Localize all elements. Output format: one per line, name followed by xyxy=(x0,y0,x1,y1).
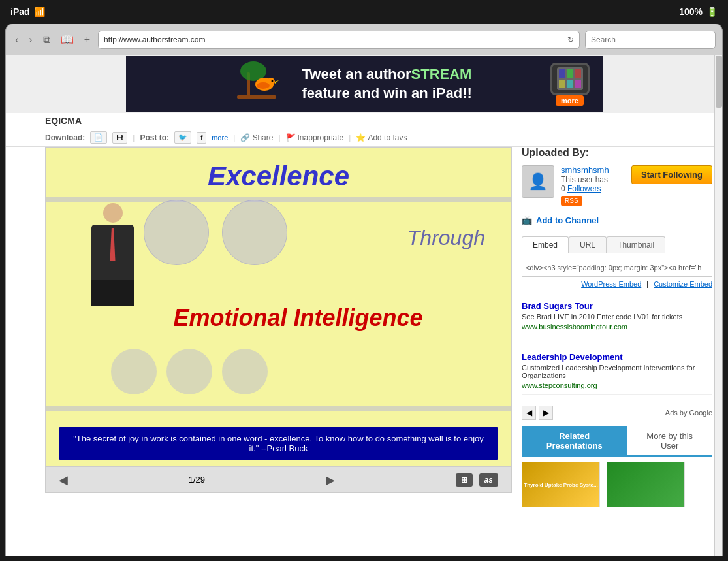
post-facebook-button[interactable]: f xyxy=(197,132,206,144)
thumbnail-1[interactable]: Thyroid Uptake Probe Syste... xyxy=(522,462,600,507)
scrollbar-thumb[interactable] xyxy=(716,56,722,108)
user-row: 👤 smhsmhsmh This user has 0 Followers xyxy=(522,165,712,206)
inappropriate-button[interactable]: 🚩 Inappropriate xyxy=(286,133,344,142)
avatar-icon: 👤 xyxy=(528,172,548,191)
page-title-row: EQICMA xyxy=(6,113,722,129)
wordpress-embed-link[interactable]: WordPress Embed xyxy=(581,280,641,288)
slide-next-button[interactable]: ▶ xyxy=(326,473,335,487)
related-tabs: Related Presentations More by this User xyxy=(522,426,712,457)
person-head xyxy=(103,203,123,223)
more-label[interactable]: more xyxy=(212,134,228,142)
banner-more-label[interactable]: more xyxy=(556,95,584,106)
user-name-link[interactable]: smhsmhsmh xyxy=(561,165,609,175)
person-tie xyxy=(110,228,116,261)
related-presentations-tab[interactable]: Related Presentations xyxy=(522,426,627,455)
slide-bar-bottom xyxy=(46,406,511,411)
back-button[interactable]: ‹ xyxy=(12,33,21,47)
slide-as-button[interactable]: as xyxy=(479,473,498,487)
post-to-label: Post to: xyxy=(140,133,169,142)
banner-line2: feature and win an iPad!! xyxy=(302,84,472,103)
download-ppt-button[interactable]: 🎞 xyxy=(112,132,127,144)
add-to-favs-button[interactable]: ⭐ Add to favs xyxy=(356,133,407,142)
add-to-channel-link[interactable]: 📺 Add to Channel xyxy=(522,212,712,229)
toolbar-sep4: | xyxy=(349,133,351,142)
rss-button[interactable]: RSS xyxy=(561,196,582,206)
share-label: Share xyxy=(252,133,273,142)
star-icon: ⭐ xyxy=(356,133,366,142)
thumbnail-2[interactable] xyxy=(607,462,685,507)
download-pdf-button[interactable]: 📄 xyxy=(90,131,107,144)
svg-point-6 xyxy=(271,80,273,82)
person-leg-left xyxy=(91,280,112,306)
ads-next-button[interactable]: ▶ xyxy=(539,406,553,420)
small-circles-row xyxy=(111,349,268,394)
tab-embed[interactable]: Embed xyxy=(522,236,569,253)
browser-chrome: ‹ › ⧉ 📖 + http://www.authorstream.com ↻ xyxy=(5,24,723,55)
battery-percent: 100% xyxy=(679,7,703,17)
toolbar-separator: | xyxy=(133,133,135,142)
page-title: EQICMA xyxy=(45,116,82,126)
tab-thumbnail[interactable]: Thumbnail xyxy=(607,236,665,253)
slide-counter: 1/29 xyxy=(189,475,205,485)
reload-button[interactable]: ↻ xyxy=(567,35,574,44)
followers-link[interactable]: Followers xyxy=(567,184,601,193)
flag-icon: 🚩 xyxy=(286,133,296,142)
share-button[interactable]: 🔗 Share xyxy=(240,133,273,142)
page-content: Tweet an authorSTREAM feature and win an… xyxy=(6,55,722,556)
presentation-area: Excellence Through xyxy=(45,147,512,467)
person-legs xyxy=(91,280,134,306)
tabs-button[interactable]: ⧉ xyxy=(40,33,53,47)
followers-count: 0 xyxy=(561,184,565,193)
svg-point-7 xyxy=(257,82,270,89)
slide-quote-box: "The secret of joy in work is contained … xyxy=(59,427,498,460)
top-banner: Tweet an authorSTREAM feature and win an… xyxy=(126,56,603,112)
person-leg-right xyxy=(114,280,134,306)
banner-text: Tweet an authorSTREAM feature and win an… xyxy=(302,65,472,103)
slide-content: Excellence Through xyxy=(46,148,511,466)
channel-icon: 📺 xyxy=(522,216,532,225)
ads-prev-button[interactable]: ◀ xyxy=(522,406,536,420)
thumb-1-label: Thyroid Uptake Probe Syste... xyxy=(524,482,597,488)
banner-line1: Tweet an authorSTREAM xyxy=(302,65,472,84)
banner-ipad-icon xyxy=(550,63,590,95)
status-right: 100% 🔋 xyxy=(679,7,718,17)
slide-circle-2 xyxy=(222,200,287,265)
slide-icons: ⊞ as xyxy=(456,473,498,487)
ad-title-2[interactable]: Leadership Development xyxy=(522,352,712,362)
inappropriate-label: Inappropriate xyxy=(298,133,344,142)
slide-prev-button[interactable]: ◀ xyxy=(59,473,68,487)
uploaded-by-title: Uploaded By: xyxy=(522,147,712,159)
customize-embed-link[interactable]: Customize Embed xyxy=(654,280,712,288)
more-by-user-tab[interactable]: More by this User xyxy=(627,426,712,455)
embed-code-box[interactable]: <div><h3 style="padding: 0px; margin: 3p… xyxy=(522,259,712,277)
banner-container: Tweet an authorSTREAM feature and win an… xyxy=(6,55,722,113)
main-layout: Excellence Through xyxy=(6,147,722,556)
user-avatar: 👤 xyxy=(522,165,554,198)
start-following-button[interactable]: Start Following xyxy=(631,165,712,184)
search-input[interactable] xyxy=(585,31,716,49)
url-bar[interactable]: http://www.authorstream.com ↻ xyxy=(98,31,580,49)
tab-url[interactable]: URL xyxy=(569,236,607,253)
wifi-icon: 📶 xyxy=(34,7,45,17)
battery-icon: 🔋 xyxy=(706,7,718,17)
left-column: Excellence Through xyxy=(6,147,512,556)
small-circle-3 xyxy=(222,349,268,394)
forward-button[interactable]: › xyxy=(26,33,35,47)
small-circle-1 xyxy=(111,349,157,394)
ad-item-1: Brad Sugars Tour See Brad LIVE in 2010 E… xyxy=(522,296,712,336)
ad-title-1[interactable]: Brad Sugars Tour xyxy=(522,301,712,311)
thumb-thyroid-content: Thyroid Uptake Probe Syste... xyxy=(522,462,599,507)
embed-code-text: <div><h3 style="padding: 0px; margin: 3p… xyxy=(526,264,701,272)
embed-links: WordPress Embed | Customize Embed xyxy=(522,280,712,288)
post-twitter-button[interactable]: 🐦 xyxy=(174,131,191,144)
banner-stream: STREAM xyxy=(411,66,472,82)
toolbar: Download: 📄 🎞 | Post to: 🐦 f more | 🔗 Sh… xyxy=(6,129,722,147)
add-to-channel-label: Add to Channel xyxy=(536,216,599,225)
download-label: Download: xyxy=(45,133,85,142)
ad-url-1: www.businessisboomingtour.com xyxy=(522,323,712,330)
slide-grid-button[interactable]: ⊞ xyxy=(456,473,473,487)
new-tab-button[interactable]: + xyxy=(82,33,93,47)
share-icon: 🔗 xyxy=(240,133,250,142)
bookmarks-button[interactable]: 📖 xyxy=(58,32,76,47)
ad-item-2: Leadership Development Customized Leader… xyxy=(522,347,712,395)
